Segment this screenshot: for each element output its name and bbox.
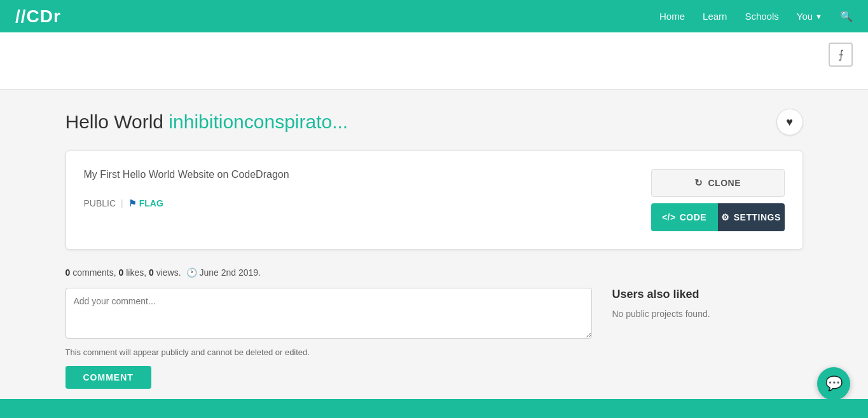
flag-label: FLAG [139, 198, 163, 208]
project-description: My First Hello World Website on CodeDrag… [84, 169, 645, 180]
likes-label: likes, [126, 267, 146, 278]
subheader: ⨍ [0, 32, 868, 90]
gear-icon: ⚙ [721, 212, 730, 222]
comment-right: Users also liked No public projects foun… [612, 288, 803, 319]
project-info: My First Hello World Website on CodeDrag… [84, 169, 645, 208]
brand-text: //CDr [15, 6, 61, 26]
comments-count: 0 [65, 267, 71, 278]
nav-link-learn[interactable]: Learn [703, 11, 727, 22]
visibility-label: PUBLIC [84, 198, 116, 208]
settings-label: SETTINGS [734, 212, 781, 222]
nav-menu: Home Learn Schools You ▼ 🔍 [659, 10, 853, 22]
comment-left: This comment will appear publicly and ca… [65, 288, 592, 389]
clone-button[interactable]: ↻ CLONE [651, 169, 785, 197]
clone-label: CLONE [708, 178, 741, 188]
main-content: Hello World inhibitionconspirato... ♥ My… [53, 90, 816, 408]
code-icon: </> [662, 212, 676, 222]
chat-icon: 💬 [825, 375, 843, 392]
nav-link-home[interactable]: Home [659, 11, 685, 22]
search-icon[interactable]: 🔍 [840, 11, 853, 22]
page-title: Hello World inhibitionconspirato... [65, 111, 348, 133]
separator: | [121, 198, 123, 208]
you-label: You [797, 11, 813, 22]
nav-item-home[interactable]: Home [659, 11, 685, 22]
nav-search[interactable]: 🔍 [840, 10, 853, 22]
footer-bar [0, 399, 868, 408]
comment-section: This comment will appear publicly and ca… [65, 288, 803, 389]
comments-label: comments, [72, 267, 116, 278]
comment-button[interactable]: COMMENT [65, 366, 151, 389]
no-projects-text: No public projects found. [612, 309, 803, 319]
flag-link[interactable]: ⚑ FLAG [128, 198, 163, 208]
chevron-down-icon: ▼ [815, 13, 822, 20]
page-title-row: Hello World inhibitionconspirato... ♥ [65, 109, 803, 135]
expand-icon: ⨍ [838, 48, 844, 62]
heart-button[interactable]: ♥ [776, 109, 803, 135]
nav-item-schools[interactable]: Schools [745, 11, 778, 22]
navbar: //CDr Home Learn Schools You ▼ 🔍 [0, 0, 868, 32]
nav-item-learn[interactable]: Learn [703, 11, 727, 22]
title-static: Hello World [65, 111, 164, 132]
expand-button[interactable]: ⨍ [829, 43, 853, 67]
project-meta: PUBLIC | ⚑ FLAG [84, 198, 645, 208]
refresh-icon: ↻ [694, 177, 703, 189]
comment-textarea[interactable] [65, 288, 592, 339]
views-label: views. [156, 267, 181, 278]
title-username: inhibitionconspirato... [169, 111, 348, 132]
likes-count: 0 [119, 267, 124, 278]
flag-icon: ⚑ [128, 198, 137, 208]
nav-item-you[interactable]: You ▼ [797, 11, 822, 22]
date-label: June 2nd 2019. [199, 267, 261, 278]
chat-bubble-button[interactable]: 💬 [817, 367, 850, 400]
views-count: 0 [149, 267, 154, 278]
stats-row: 0 comments, 0 likes, 0 views. 🕐 June 2nd… [65, 267, 803, 278]
code-label: CODE [680, 212, 706, 222]
heart-icon: ♥ [786, 116, 793, 129]
brand-logo[interactable]: //CDr [15, 6, 61, 27]
settings-button[interactable]: ⚙ SETTINGS [718, 203, 785, 231]
project-actions: ↻ CLONE </> CODE ⚙ SETTINGS [645, 169, 785, 231]
clock-icon: 🕐 [186, 267, 197, 278]
nav-link-schools[interactable]: Schools [745, 11, 778, 22]
comment-note: This comment will appear publicly and ca… [65, 347, 592, 357]
project-card: My First Hello World Website on CodeDrag… [65, 151, 803, 250]
users-liked-title: Users also liked [612, 288, 803, 301]
code-button[interactable]: </> CODE [651, 203, 718, 231]
code-settings-row: </> CODE ⚙ SETTINGS [651, 203, 785, 231]
